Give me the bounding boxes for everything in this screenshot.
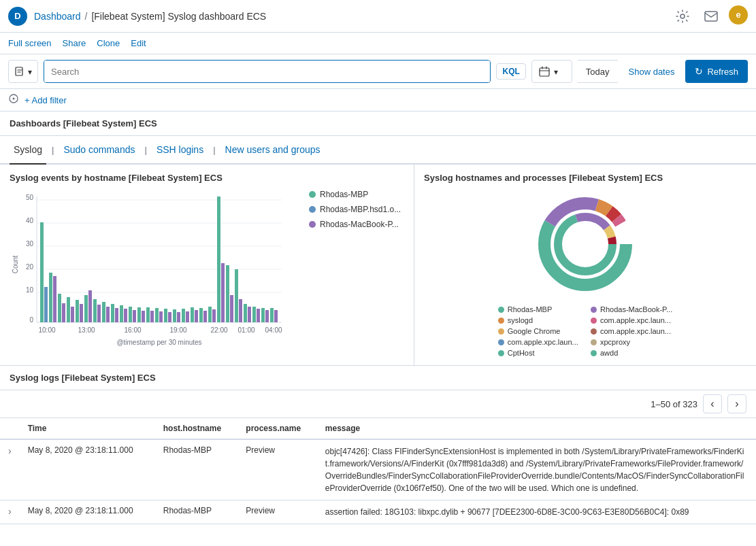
donut-wrap: Rhodas-MBP Rhodas-MacBook-P... syslogd c… [424,190,746,357]
svg-rect-36 [111,304,114,322]
svg-text:19:00: 19:00 [169,326,186,334]
calendar-icon [539,66,550,77]
show-dates-button[interactable]: Show dates [623,67,680,77]
svg-rect-72 [270,308,274,322]
table-row: › May 8, 2020 @ 23:18:11.000 Rhodas-MBP … [0,500,756,524]
prev-page-button[interactable]: ‹ [703,394,722,413]
svg-rect-71 [265,310,269,322]
time-picker-chevron [554,67,558,77]
svg-rect-33 [97,305,101,322]
row-expand-icon[interactable]: › [0,500,20,524]
svg-rect-26 [67,297,70,322]
svg-rect-39 [124,309,127,322]
tab-newusers[interactable]: New users and groups [221,136,325,165]
svg-rect-42 [137,307,141,322]
svg-rect-37 [115,308,118,322]
svg-rect-68 [252,307,256,322]
svg-rect-29 [80,304,83,322]
clone-link[interactable]: Clone [97,38,120,48]
svg-rect-64 [235,269,238,322]
svg-text:16:00: 16:00 [124,326,141,334]
filter-icon[interactable] [8,93,19,107]
svg-rect-53 [186,311,189,322]
row-expand-icon[interactable]: › [0,439,20,500]
table-section: Syslog logs [Filebeat System] ECS 1–50 o… [0,366,756,524]
syslog-hostnames-chart: Syslog hostnames and processes [Filebeat… [414,165,756,365]
row-hostname: Rhodas-MBP [155,439,238,500]
breadcrumb: Dashboard / [Filebeat System] Syslog das… [34,11,266,22]
row-time: May 8, 2020 @ 23:18:11.000 [20,500,155,524]
svg-text:@timestamp per 30 minutes: @timestamp per 30 minutes [116,339,201,346]
legend-item-1: Rhodas-MBP [309,190,404,199]
next-page-button[interactable]: › [727,394,746,413]
filter-bar: + Add filter [0,89,756,112]
legend-item-3: Rhodas-MacBook-P... [309,220,404,229]
tab-bar: Syslog | Sudo commands | SSH logins | Ne… [0,136,756,165]
svg-rect-31 [88,290,92,322]
svg-rect-30 [84,295,88,322]
donut-legend-macbook: Rhodas-MacBook-P... [591,305,672,313]
dashboard-label: Dashboards [Filebeat System] ECS [0,112,756,136]
query-bar: KQL Today Show dates ↻ Refresh [0,54,756,89]
svg-rect-66 [244,304,247,322]
time-picker[interactable] [531,60,572,83]
full-screen-link[interactable]: Full screen [8,38,52,48]
svg-text:10: 10 [26,286,34,294]
donut-legend-xpcproxy: xpcproxy [591,338,672,346]
col-process: process.name [237,418,316,439]
svg-rect-21 [44,287,48,322]
gear-icon[interactable] [672,5,693,27]
svg-point-5 [13,98,15,100]
svg-rect-62 [226,265,229,322]
table-row: › May 8, 2020 @ 23:18:11.000 Rhodas-MBP … [0,439,756,500]
bar-chart-legend: Rhodas-MBP Rhodas-MBP.hsd1.o... Rhodas-M… [295,190,404,355]
svg-rect-32 [93,299,97,322]
search-input-wrap[interactable] [44,60,491,83]
donut-legend-rhodas-mbp: Rhodas-MBP [498,305,580,313]
row-message: assertion failed: 18G103: libxpc.dylib +… [317,500,756,524]
col-time: Time [20,418,155,439]
svg-rect-50 [173,309,176,322]
logs-table: Time host.hostname process.name message … [0,418,756,524]
syslog-events-chart: Syslog events by hostname [Filebeat Syst… [0,165,414,365]
svg-text:0: 0 [29,316,33,324]
chart-right-title: Syslog hostnames and processes [Filebeat… [424,173,746,183]
svg-rect-20 [40,222,44,322]
refresh-button[interactable]: ↻ Refresh [685,60,748,83]
svg-rect-45 [150,311,154,322]
filter-selector[interactable] [8,60,38,83]
dashboard-link[interactable]: Dashboard [34,11,81,22]
svg-rect-60 [217,197,220,322]
search-input[interactable] [44,61,490,82]
svg-rect-27 [71,307,74,322]
tab-ssh[interactable]: SSH logins [152,136,208,165]
svg-rect-73 [274,310,278,322]
user-avatar[interactable]: e [729,5,748,24]
row-message: objc[47426]: Class FIFinderSyncExtension… [317,439,756,500]
svg-rect-56 [199,308,203,322]
kql-badge[interactable]: KQL [496,63,525,80]
charts-row: Syslog events by hostname [Filebeat Syst… [0,165,756,366]
add-filter-button[interactable]: + Add filter [24,95,67,105]
mail-icon[interactable] [700,5,722,27]
svg-rect-24 [58,294,61,322]
tab-sudo[interactable]: Sudo commands [59,136,139,165]
edit-link[interactable]: Edit [131,38,146,48]
svg-text:01:00: 01:00 [237,326,254,334]
donut-svg [517,190,653,298]
donut-legend-google-chrome: Google Chrome [498,327,580,335]
top-bar: D Dashboard / [Filebeat System] Syslog d… [0,0,756,33]
tab-syslog[interactable]: Syslog [10,136,46,165]
row-process: Preview [237,500,316,524]
share-link[interactable]: Share [63,38,86,48]
action-bar: Full screen Share Clone Edit [0,33,756,54]
col-expand [0,418,20,439]
svg-rect-52 [182,309,185,322]
svg-rect-41 [133,310,136,322]
svg-rect-1 [705,12,717,21]
svg-rect-48 [164,309,167,322]
svg-rect-59 [212,309,216,322]
time-value: Today [578,60,618,83]
top-bar-icons: e [672,5,748,27]
svg-point-91 [566,225,604,263]
